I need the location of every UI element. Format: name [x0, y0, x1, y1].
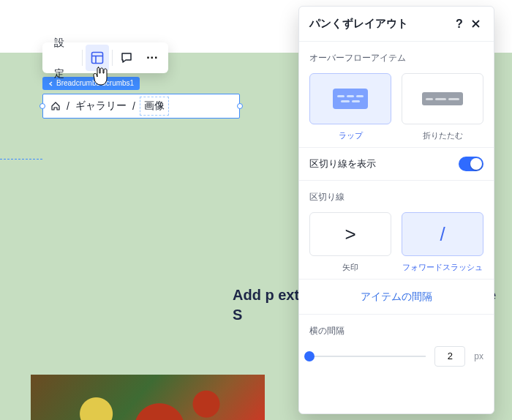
slash-glyph: /	[402, 212, 483, 256]
overflow-option-fold[interactable]: 折りたたむ	[402, 73, 483, 141]
separator-option-slash[interactable]: / フォワードスラッシュ	[402, 212, 483, 273]
toolbar-divider	[82, 50, 83, 66]
separator-option-arrow-label: 矢印	[342, 262, 358, 273]
breadcrumb-current[interactable]: 画像	[141, 100, 167, 113]
breadcrumb-link-gallery[interactable]: ギャラリー	[75, 100, 127, 113]
breadcrumb-separator: /	[132, 100, 135, 112]
resize-handle-right[interactable]	[237, 103, 243, 109]
horizontal-spacing-unit: px	[474, 351, 483, 361]
overflow-option-wrap[interactable]: ラップ	[309, 73, 391, 141]
help-icon: ?	[456, 18, 463, 31]
more-icon: ···	[146, 51, 158, 64]
arrow-glyph: >	[309, 212, 391, 256]
guide-line	[0, 159, 42, 160]
comment-button[interactable]	[115, 45, 138, 71]
breadcrumb-separator: /	[67, 100, 69, 112]
resize-handle-left[interactable]	[39, 103, 45, 109]
wrap-icon	[333, 89, 368, 109]
help-button[interactable]: ?	[451, 16, 467, 32]
item-spacing-link[interactable]: アイテムの間隔	[361, 291, 432, 302]
settings-button[interactable]: 設定	[45, 27, 80, 89]
overflow-section: オーバーフローアイテム ラップ 折りたたむ	[299, 42, 494, 148]
separator-option-slash-label: フォワードスラッシュ	[402, 262, 483, 273]
layout-icon	[91, 51, 104, 64]
svg-rect-0	[91, 53, 102, 64]
more-button[interactable]: ···	[141, 45, 164, 71]
toolbar-divider	[112, 50, 113, 66]
horizontal-spacing-input[interactable]: 2	[434, 346, 465, 367]
comment-icon	[120, 51, 133, 64]
horizontal-spacing-label: 横の間隔	[309, 325, 483, 337]
overflow-option-fold-label: 折りたたむ	[423, 130, 463, 141]
breadcrumb-widget[interactable]: / ギャラリー / 画像	[42, 94, 240, 119]
show-separator-label: 区切り線を表示	[309, 157, 459, 170]
separator-option-arrow[interactable]: > 矢印	[309, 212, 391, 273]
overflow-label: オーバーフローアイテム	[309, 52, 483, 64]
separator-label: 区切り線	[309, 191, 483, 203]
close-icon	[471, 19, 481, 29]
close-button[interactable]	[467, 16, 483, 32]
item-spacing-link-row: アイテムの間隔	[299, 280, 494, 315]
panel-title: パンくずレイアウト	[309, 17, 451, 31]
horizontal-spacing-section: 横の間隔 2 px	[299, 315, 494, 377]
panel-header: パンくずレイアウト ?	[299, 7, 494, 42]
show-separator-row: 区切り線を表示	[299, 148, 494, 181]
separator-section: 区切り線 > 矢印 / フォワードスラッシュ	[299, 181, 494, 280]
cursor-hand-icon	[92, 66, 111, 91]
fold-icon	[422, 92, 463, 105]
breadcrumb-layout-panel: パンくずレイアウト ? オーバーフローアイテム ラップ	[298, 6, 494, 414]
food-image	[31, 375, 265, 420]
show-separator-toggle[interactable]	[459, 157, 483, 171]
overflow-option-wrap-label: ラップ	[339, 130, 363, 141]
home-icon	[50, 101, 61, 111]
horizontal-spacing-slider[interactable]	[309, 351, 426, 361]
slider-knob[interactable]	[304, 351, 315, 361]
